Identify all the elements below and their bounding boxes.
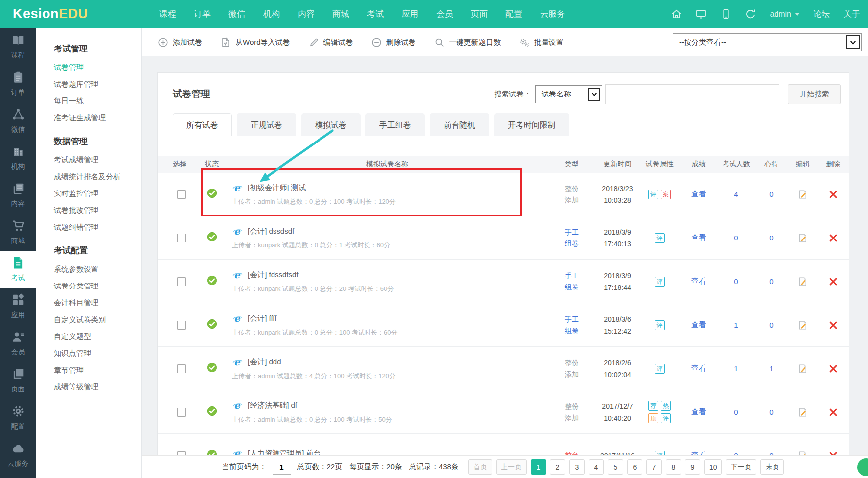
- delete-row-button[interactable]: [818, 364, 849, 374]
- submenu-item-1-4[interactable]: 试题纠错管理: [54, 222, 141, 232]
- row-checkbox[interactable]: [177, 408, 186, 417]
- page-button-6[interactable]: 6: [627, 459, 642, 475]
- submenu-item-2-4[interactable]: 自定义题型: [54, 332, 141, 341]
- toolbar-update-count-button[interactable]: 一键更新题目数: [434, 37, 501, 48]
- topmenu-item-0[interactable]: 课程: [159, 8, 176, 20]
- last-page-button[interactable]: 末页: [760, 459, 784, 475]
- home-icon[interactable]: [671, 8, 682, 20]
- thoughts-count[interactable]: 0: [755, 190, 788, 198]
- page-button-2[interactable]: 2: [550, 459, 565, 475]
- submenu-item-2-7[interactable]: 成绩等级管理: [54, 382, 141, 392]
- topmenu-item-9[interactable]: 页面: [471, 8, 488, 20]
- first-page-button[interactable]: 首页: [468, 459, 492, 475]
- page-button-1[interactable]: 1: [531, 459, 546, 475]
- sidebar-item-wechat[interactable]: 微信: [0, 102, 36, 140]
- delete-row-button[interactable]: [818, 190, 849, 199]
- tab-2[interactable]: 模拟试卷: [301, 113, 361, 136]
- thoughts-count[interactable]: 0: [755, 408, 788, 416]
- sidebar-item-config[interactable]: 配置: [0, 399, 36, 436]
- submenu-item-2-6[interactable]: 章节管理: [54, 365, 141, 375]
- submenu-item-2-0[interactable]: 系统参数设置: [54, 264, 141, 274]
- submenu-item-0-1[interactable]: 试卷题库管理: [54, 79, 141, 89]
- admin-dropdown[interactable]: admin: [770, 10, 800, 19]
- delete-row-button[interactable]: [818, 320, 849, 330]
- sidebar-item-members[interactable]: 会员: [0, 325, 36, 362]
- tab-1[interactable]: 正规试卷: [237, 113, 296, 136]
- page-button-5[interactable]: 5: [608, 459, 623, 475]
- search-type-select[interactable]: 试卷名称: [535, 85, 602, 103]
- edit-row-button[interactable]: [788, 407, 818, 417]
- examinee-count[interactable]: 1: [718, 364, 755, 373]
- search-input[interactable]: [605, 84, 779, 104]
- examinee-count[interactable]: 1: [718, 321, 755, 329]
- topmenu-item-4[interactable]: 内容: [298, 8, 315, 20]
- thoughts-count[interactable]: 1: [755, 364, 788, 373]
- page-button-10[interactable]: 10: [704, 459, 722, 475]
- paper-title-link[interactable]: [会计] ffff: [248, 314, 276, 323]
- topmenu-item-11[interactable]: 云服务: [540, 8, 565, 20]
- submenu-item-0-0[interactable]: 试卷管理: [54, 62, 141, 72]
- edit-row-button[interactable]: [788, 190, 818, 199]
- toolbar-edit-button[interactable]: 编辑试卷: [309, 37, 353, 48]
- view-score-link[interactable]: 查看: [680, 277, 718, 286]
- row-checkbox[interactable]: [177, 277, 186, 286]
- topmenu-item-7[interactable]: 应用: [402, 8, 418, 20]
- topbar-link-1[interactable]: 关于: [843, 8, 860, 20]
- page-button-3[interactable]: 3: [569, 459, 585, 475]
- paper-title-link[interactable]: [会计] fdssdfsdf: [248, 270, 299, 280]
- examinee-count[interactable]: 4: [718, 190, 755, 198]
- submenu-item-2-5[interactable]: 知识点管理: [54, 348, 141, 358]
- topbar-link-0[interactable]: 论坛: [813, 8, 830, 20]
- page-button-8[interactable]: 8: [666, 459, 681, 475]
- row-checkbox[interactable]: [177, 234, 186, 242]
- thoughts-count[interactable]: 0: [755, 277, 788, 286]
- category-filter-select[interactable]: --按分类查看--: [673, 33, 862, 51]
- tab-3[interactable]: 手工组卷: [365, 113, 425, 136]
- delete-row-button[interactable]: [818, 407, 849, 417]
- toolbar-delete-button[interactable]: 删除试卷: [371, 37, 416, 48]
- submenu-item-2-2[interactable]: 会计科目管理: [54, 298, 141, 308]
- paper-title-link[interactable]: [经济法基础] df: [248, 401, 297, 410]
- view-score-link[interactable]: 查看: [680, 233, 718, 242]
- delete-row-button[interactable]: [818, 277, 849, 287]
- sidebar-item-apps[interactable]: 应用: [0, 288, 36, 325]
- topmenu-item-1[interactable]: 订单: [194, 8, 211, 20]
- tab-5[interactable]: 开考时间限制: [494, 113, 569, 136]
- tab-0[interactable]: 所有试卷: [173, 113, 232, 136]
- sidebar-item-cloud[interactable]: 云服务: [0, 436, 36, 474]
- paper-title-link[interactable]: [会计] ddd: [248, 357, 281, 367]
- submenu-item-2-3[interactable]: 自定义试卷类别: [54, 315, 141, 325]
- thoughts-count[interactable]: 0: [755, 234, 788, 242]
- topmenu-item-3[interactable]: 机构: [263, 8, 280, 20]
- sidebar-item-orders[interactable]: 订单: [0, 65, 36, 102]
- toolbar-word-import-button[interactable]: 从Word导入试卷: [221, 37, 290, 48]
- topmenu-item-2[interactable]: 微信: [228, 8, 245, 20]
- topmenu-item-8[interactable]: 会员: [436, 8, 453, 20]
- edit-row-button[interactable]: [788, 364, 818, 374]
- page-button-4[interactable]: 4: [589, 459, 604, 475]
- toolbar-batch-button[interactable]: 批量设置: [519, 37, 564, 48]
- next-page-button[interactable]: 下一页: [726, 459, 756, 475]
- monitor-icon[interactable]: [695, 8, 707, 20]
- tab-4[interactable]: 前台随机: [430, 113, 489, 136]
- examinee-count[interactable]: 0: [718, 234, 755, 242]
- submenu-item-0-3[interactable]: 准考证生成管理: [54, 113, 141, 123]
- brand-logo[interactable]: KesionEDU: [13, 6, 131, 22]
- sidebar-item-pages[interactable]: 页面: [0, 362, 36, 399]
- examinee-count[interactable]: 0: [718, 277, 755, 286]
- edit-row-button[interactable]: [788, 233, 818, 243]
- view-score-link[interactable]: 查看: [680, 364, 718, 373]
- delete-row-button[interactable]: [818, 233, 849, 243]
- paper-title-link[interactable]: [会计] dssdsdf: [248, 227, 294, 236]
- submenu-item-2-1[interactable]: 试卷分类管理: [54, 281, 141, 291]
- submenu-item-1-0[interactable]: 考试成绩管理: [54, 155, 141, 165]
- examinee-count[interactable]: 0: [718, 408, 755, 416]
- submenu-item-0-2[interactable]: 每日一练: [54, 96, 141, 106]
- mobile-icon[interactable]: [720, 8, 731, 20]
- view-score-link[interactable]: 查看: [680, 190, 718, 199]
- edit-row-button[interactable]: [788, 277, 818, 287]
- prev-page-button[interactable]: 上一页: [496, 459, 527, 475]
- toolbar-add-button[interactable]: 添加试卷: [158, 37, 202, 48]
- search-button[interactable]: 开始搜索: [788, 84, 841, 104]
- sidebar-item-content[interactable]: 内容: [0, 177, 36, 214]
